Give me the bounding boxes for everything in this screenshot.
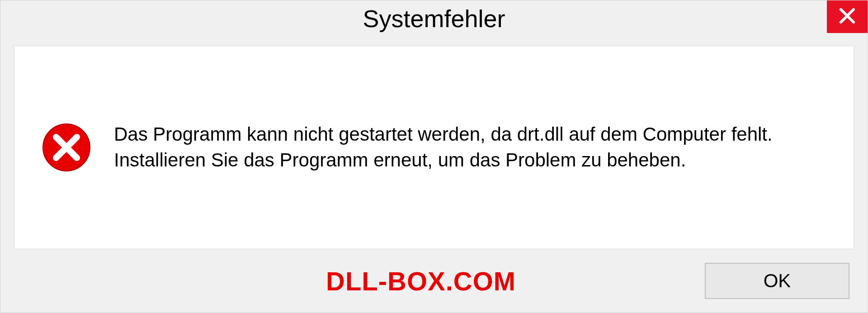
- close-icon: [838, 7, 856, 27]
- dialog-footer: DLL-BOX.COM OK: [0, 249, 868, 313]
- error-dialog: Systemfehler Das Programm kann nicht ges…: [0, 0, 868, 313]
- error-icon: [42, 123, 91, 172]
- ok-button-label: OK: [764, 270, 791, 292]
- close-button[interactable]: [827, 0, 868, 33]
- dialog-title: Systemfehler: [363, 5, 505, 33]
- watermark-text: DLL-BOX.COM: [326, 266, 516, 296]
- ok-button[interactable]: OK: [705, 263, 849, 299]
- error-message: Das Programm kann nicht gestartet werden…: [114, 122, 792, 173]
- titlebar: Systemfehler: [0, 0, 868, 37]
- dialog-body: Das Programm kann nicht gestartet werden…: [14, 46, 854, 249]
